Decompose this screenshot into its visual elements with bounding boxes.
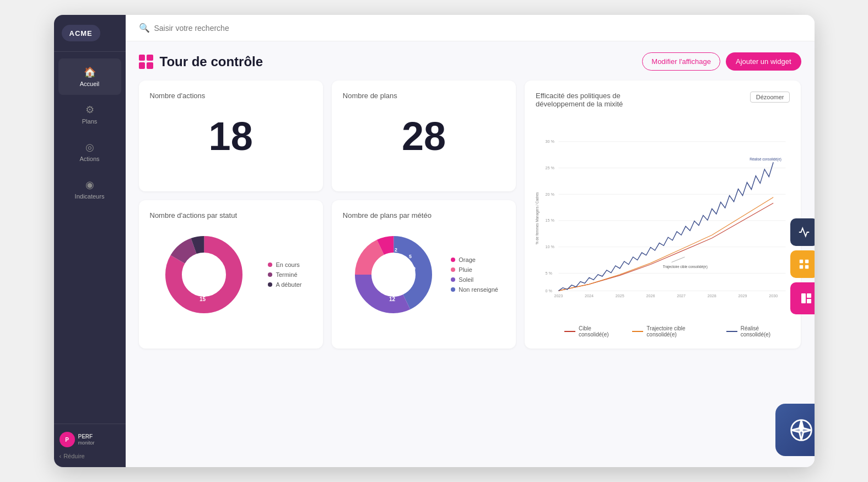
perf-monitor-branding: P PERF monitor	[60, 432, 120, 447]
dezoom-button[interactable]: Dézoomer	[750, 92, 790, 103]
sidebar-item-plans[interactable]: ⚙ Plans	[58, 96, 121, 132]
svg-text:2029: 2029	[738, 294, 747, 298]
widget-title-plans: Nombre de plans	[343, 92, 505, 100]
svg-text:2025: 2025	[616, 294, 624, 298]
legend-realise-label: Réalisé consolidé(e)	[741, 325, 790, 338]
svg-text:Trajectoire cible consolidé(e): Trajectoire cible consolidé(e)	[663, 265, 708, 269]
page-title: Tour de contrôle	[160, 54, 263, 69]
search-input[interactable]	[154, 24, 320, 33]
svg-text:15: 15	[200, 296, 206, 302]
sidebar-nav: 🏠 Accueil ⚙ Plans ◎ Actions ◉ Indicateur…	[54, 52, 126, 424]
modify-display-button[interactable]: Modifier l'affichage	[642, 52, 720, 71]
svg-text:2: 2	[192, 260, 195, 266]
actions-statut-chart: 2 1 15 En cours Terminé	[150, 225, 312, 324]
widget-title-actions-statut: Nombre d'actions par statut	[150, 211, 312, 219]
legend-trajectoire: Trajectoire cible consolidé(e)	[632, 325, 716, 338]
fab-compass-button[interactable]	[775, 404, 815, 456]
svg-marker-51	[791, 428, 801, 432]
dashboard-title: Tour de contrôle	[139, 54, 263, 69]
svg-text:10 %: 10 %	[546, 245, 555, 249]
svg-rect-40	[799, 260, 802, 263]
home-icon: 🏠	[84, 66, 96, 78]
legend-non-renseigne: Non renseigné	[451, 286, 498, 293]
gear-icon: ⚙	[85, 104, 94, 116]
dashboard: Tour de contrôle Modifier l'affichage Aj…	[126, 41, 815, 467]
svg-text:20 %: 20 %	[546, 192, 555, 197]
widgets-grid: Nombre d'actions 18 Nombre de plans 28 E…	[139, 81, 801, 349]
svg-text:25 %: 25 %	[546, 166, 555, 170]
legend-termine: Terminé	[268, 271, 301, 278]
widget-line-chart: Efficacité des politiques de développeme…	[525, 81, 801, 349]
svg-rect-46	[807, 299, 811, 303]
search-icon: 🔍	[139, 23, 150, 33]
svg-text:2026: 2026	[646, 294, 655, 298]
chart-title: Efficacité des politiques de développeme…	[536, 92, 657, 108]
svg-text:2027: 2027	[677, 294, 686, 298]
perf-icon: P	[60, 432, 75, 447]
widget-title-actions: Nombre d'actions	[150, 92, 312, 100]
svg-text:15 %: 15 %	[546, 218, 555, 223]
sidebar-item-indicateurs[interactable]: ◉ Indicateurs	[58, 171, 121, 207]
svg-text:2028: 2028	[708, 294, 716, 298]
svg-rect-41	[805, 260, 808, 263]
legend-pluie: Pluie	[451, 266, 498, 273]
svg-line-23	[672, 257, 685, 263]
plans-meteo-chart: 12 9 5 2 Orage Pluie	[343, 225, 505, 324]
target-icon: ◎	[85, 141, 94, 153]
sidebar-label-indicateurs: Indicateurs	[75, 193, 105, 200]
chart-legend: Cible consolidé(e) Trajectoire cible con…	[536, 325, 790, 338]
chevron-left-icon: ‹	[60, 453, 62, 459]
add-widget-button[interactable]: Ajouter un widget	[726, 52, 801, 71]
perf-text: PERF monitor	[78, 433, 95, 446]
chart-header: Efficacité des politiques de développeme…	[536, 92, 790, 108]
widget-nombre-plans: Nombre de plans 28	[332, 81, 516, 191]
svg-text:0 %: 0 %	[546, 289, 553, 293]
legend-cible-label: Cible consolidé(e)	[579, 325, 622, 338]
legend-orage: Orage	[451, 256, 498, 263]
svg-text:% de femmes Managers / Cadres: % de femmes Managers / Cadres	[536, 192, 540, 245]
svg-text:1: 1	[203, 253, 206, 258]
fab-chart-button[interactable]	[790, 218, 815, 246]
widget-title-plans-meteo: Nombre de plans par météo	[343, 211, 505, 219]
svg-text:2030: 2030	[769, 294, 778, 298]
topbar: 🔍	[126, 15, 815, 41]
legend-realise: Réalisé consolidé(e)	[726, 325, 790, 338]
fab-layout-button[interactable]	[790, 282, 815, 314]
svg-text:5: 5	[409, 254, 412, 259]
svg-rect-44	[801, 293, 806, 303]
sidebar-item-actions[interactable]: ◎ Actions	[58, 133, 121, 170]
legend-cible: Cible consolidé(e)	[564, 325, 622, 338]
line-chart-svg: 30 % 25 % 20 % 15 % 10 % 5 % 0 % % de fe…	[536, 114, 790, 323]
plans-count: 28	[343, 105, 505, 167]
legend-en-cours: En cours	[268, 261, 301, 268]
widget-actions-statut: Nombre d'actions par statut	[139, 200, 323, 349]
sidebar-footer: P PERF monitor ‹ Réduire	[54, 424, 126, 467]
main-content: 🔍 Tour de contrôle Modifier l'affichage	[126, 15, 815, 467]
plans-meteo-legend: Orage Pluie Soleil	[451, 256, 498, 293]
chart-area: 30 % 25 % 20 % 15 % 10 % 5 % 0 % % de fe…	[536, 114, 790, 323]
widget-nombre-actions: Nombre d'actions 18	[139, 81, 323, 191]
legend-soleil: Soleil	[451, 276, 498, 283]
svg-text:12: 12	[389, 296, 396, 302]
donut-svg-actions: 2 1 15	[160, 231, 248, 319]
sidebar-label-actions: Actions	[79, 156, 99, 162]
header-actions: Modifier l'affichage Ajouter un widget	[642, 52, 801, 71]
svg-text:Réalisé consolidé(e): Réalisé consolidé(e)	[750, 157, 781, 162]
sidebar-item-accueil[interactable]: 🏠 Accueil	[58, 58, 121, 95]
indicator-icon: ◉	[85, 179, 94, 191]
floating-buttons	[790, 218, 815, 314]
svg-text:2024: 2024	[585, 294, 594, 298]
logo-text: ACME	[69, 29, 93, 38]
svg-text:9: 9	[413, 266, 416, 271]
svg-text:30 %: 30 %	[546, 140, 555, 144]
sidebar: ACME 🏠 Accueil ⚙ Plans ◎ Actions ◉ Indic…	[54, 15, 126, 467]
legend-a-debuter: A débuter	[268, 281, 301, 288]
fab-grid-button[interactable]	[790, 250, 815, 278]
legend-trajectoire-label: Trajectoire cible consolidé(e)	[646, 325, 716, 338]
svg-rect-43	[805, 265, 808, 269]
dashboard-grid-icon	[139, 55, 153, 69]
svg-text:2023: 2023	[554, 294, 563, 298]
widget-plans-meteo: Nombre de plans par météo	[332, 200, 516, 349]
reduce-button[interactable]: ‹ Réduire	[60, 453, 120, 459]
sidebar-label-accueil: Accueil	[80, 81, 99, 87]
